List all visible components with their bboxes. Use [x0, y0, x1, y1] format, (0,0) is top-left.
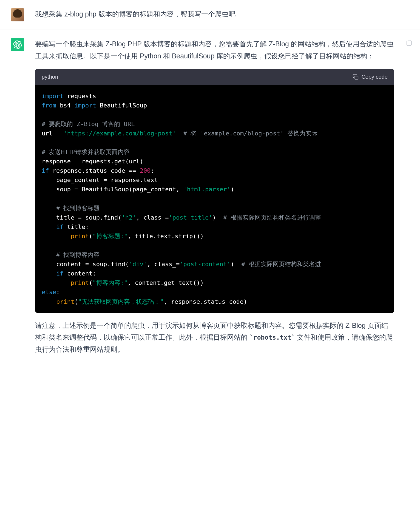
- assistant-message-content: 要编写一个爬虫来采集 Z-Blog PHP 版本博客的标题和内容，您需要首先了解…: [35, 38, 394, 356]
- user-avatar: [11, 8, 24, 21]
- svg-rect-1: [355, 76, 358, 79]
- code-content[interactable]: import requests from bs4 import Beautifu…: [35, 85, 394, 313]
- assistant-outro: 请注意，上述示例是一个简单的爬虫，用于演示如何从博客页面中获取标题和内容。您需要…: [35, 320, 394, 356]
- code-header: python Copy code: [35, 69, 394, 85]
- user-message: 我想采集 z-blog php 版本的博客的标题和内容，帮我写一个爬虫吧: [0, 0, 420, 30]
- copy-code-label: Copy code: [361, 72, 388, 82]
- assistant-avatar: [11, 38, 24, 51]
- copy-message-button[interactable]: [406, 38, 412, 50]
- copy-code-button[interactable]: Copy code: [353, 72, 388, 82]
- openai-logo-icon: [13, 40, 22, 49]
- clipboard-icon: [353, 74, 359, 80]
- clipboard-icon: [406, 40, 412, 46]
- svg-rect-0: [408, 41, 411, 45]
- inline-code-robots: `robots.txt`: [249, 334, 295, 341]
- assistant-message: 要编写一个爬虫来采集 Z-Blog PHP 版本博客的标题和内容，您需要首先了解…: [0, 30, 420, 364]
- assistant-intro-text: 要编写一个爬虫来采集 Z-Blog PHP 版本博客的标题和内容，您需要首先了解…: [35, 38, 394, 62]
- code-language-label: python: [42, 72, 58, 82]
- user-message-text: 我想采集 z-blog php 版本的博客的标题和内容，帮我写一个爬虫吧: [35, 8, 394, 21]
- code-block: python Copy code import requests from bs…: [35, 69, 394, 313]
